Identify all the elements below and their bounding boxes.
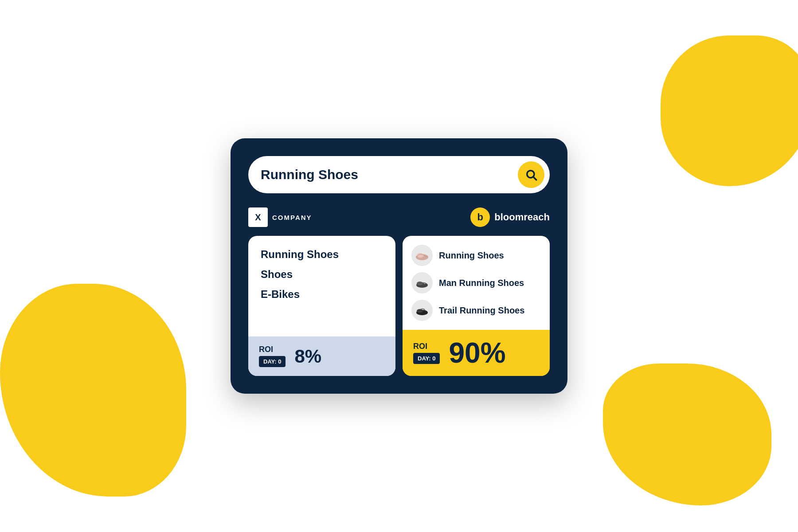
company-roi-label: ROI <box>259 345 286 353</box>
svg-point-7 <box>424 282 426 284</box>
company-day-badge: DAY: 0 <box>259 356 286 367</box>
logos-row: X COMPANY b bloomreach <box>248 207 550 227</box>
company-item-2: Shoes <box>261 268 383 281</box>
search-input[interactable]: Running Shoes <box>261 167 518 182</box>
bloomreach-day-badge: DAY: 0 <box>413 353 440 364</box>
search-button[interactable] <box>518 161 544 188</box>
search-bar: Running Shoes <box>248 156 550 193</box>
bloomreach-items-list: Running Shoes Man Running Shoes <box>403 236 550 330</box>
shoe-svg-2 <box>414 275 430 291</box>
bloomreach-roi-value: 90% <box>449 339 505 367</box>
svg-line-1 <box>533 177 536 180</box>
panel-company: Running Shoes Shoes E-Bikes ROI DAY: 0 8… <box>248 236 395 376</box>
svg-rect-10 <box>418 310 426 311</box>
company-label: COMPANY <box>272 214 312 221</box>
company-roi-left: ROI DAY: 0 <box>259 345 286 367</box>
bloomreach-roi-left: ROI DAY: 0 <box>413 342 440 364</box>
company-items-list: Running Shoes Shoes E-Bikes <box>248 236 395 336</box>
panel-bloomreach: Running Shoes Man Running Shoes <box>403 236 550 376</box>
shoe-svg-1 <box>414 247 430 263</box>
company-item-1: Running Shoes <box>261 248 383 261</box>
shoe-icon-3 <box>411 300 433 321</box>
blob-right-bottom <box>603 364 771 505</box>
shoe-svg-3 <box>414 302 430 318</box>
bloomreach-item-2-label: Man Running Shoes <box>439 278 524 288</box>
company-x-box: X <box>248 207 268 227</box>
logo-bloomreach: b bloomreach <box>470 207 550 227</box>
blob-left <box>0 284 186 497</box>
shoe-icon-1 <box>411 245 433 266</box>
bloomreach-roi-section: ROI DAY: 0 90% <box>403 330 550 376</box>
bloomreach-circle: b <box>470 207 490 227</box>
blob-right-top <box>661 35 798 186</box>
bloomreach-item-3: Trail Running Shoes <box>411 300 541 321</box>
company-roi-section: ROI DAY: 0 8% <box>248 336 395 376</box>
main-card: Running Shoes X COMPANY b bloomreach <box>231 138 567 394</box>
results-row: Running Shoes Shoes E-Bikes ROI DAY: 0 8… <box>248 236 550 376</box>
bloomreach-b-letter: b <box>477 211 483 223</box>
bloomreach-item-2: Man Running Shoes <box>411 272 541 293</box>
bloomreach-label: bloomreach <box>494 211 550 223</box>
bloomreach-item-1: Running Shoes <box>411 245 541 266</box>
company-item-3: E-Bikes <box>261 288 383 301</box>
bloomreach-item-3-label: Trail Running Shoes <box>439 305 524 316</box>
search-icon <box>525 168 537 181</box>
company-roi-value: 8% <box>294 347 321 366</box>
shoe-icon-2 <box>411 272 433 293</box>
bloomreach-roi-label: ROI <box>413 342 440 350</box>
logo-company: X COMPANY <box>248 207 312 227</box>
company-x-letter: X <box>255 212 261 223</box>
bloomreach-item-1-label: Running Shoes <box>439 250 504 261</box>
